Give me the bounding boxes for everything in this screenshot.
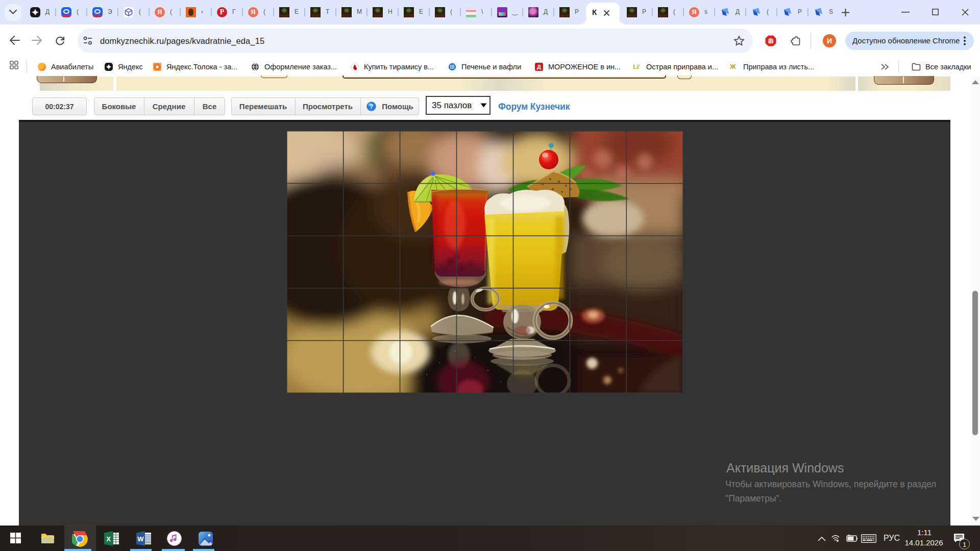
svg-text:?: ? [370,103,374,110]
svg-text:W: W [137,535,144,543]
svg-text:X: X [106,535,111,543]
